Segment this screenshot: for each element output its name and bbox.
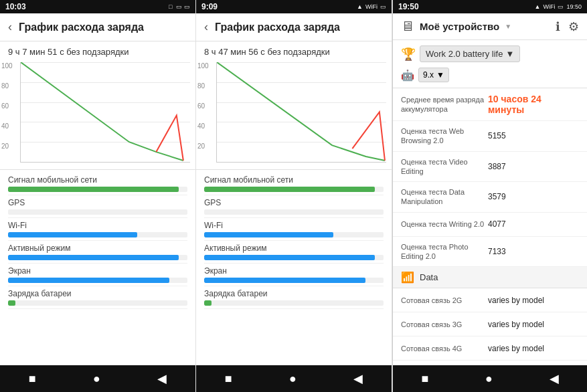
nav-bar-2: ■ ● ◀ (196, 365, 392, 392)
stat-row-4g: Сотовая связь 4G varies by model (393, 336, 587, 361)
version-dropdown[interactable]: 9.x ▼ (418, 68, 449, 82)
panel-title-1: График расхода заряда (19, 21, 144, 33)
nav-back-device[interactable]: ◀ (550, 371, 559, 386)
nav-square-1[interactable]: ■ (29, 372, 36, 386)
status-bar-1: 10:03 □ ▭ ▭ (0, 0, 195, 13)
divider-1 (0, 169, 195, 170)
chart-area-2: 100 80 60 40 20 (196, 60, 392, 167)
trophy-icon: 🏆 (401, 47, 416, 62)
battery-duration-1: 9 ч 7 мин 51 с без подзарядки (0, 41, 195, 60)
battery-duration-2: 8 ч 47 мин 56 с без подзарядки (196, 41, 392, 60)
device-stats: Среднее время разряда аккумулятора 10 ча… (393, 88, 587, 365)
chart-grid-2 (216, 62, 386, 163)
sensor-mobile-signal-2: Сигнал мобильной сети (204, 173, 384, 195)
nav-circle-1[interactable]: ● (93, 372, 100, 386)
nav-bar-1: ■ ● ◀ (0, 365, 195, 392)
section-title: Data (420, 272, 438, 282)
back-button-2[interactable]: ‹ (204, 20, 208, 34)
battery-chart-panel-1: 10:03 □ ▭ ▭ ‹ График расхода заряда 9 ч … (0, 0, 196, 392)
stat-row-writing: Оценка теста Writing 2.0 4077 (393, 213, 587, 237)
panel-title-2: График расхода заряда (215, 21, 340, 33)
stat-row-web: Оценка теста Web Browsing 2.0 5155 (393, 121, 587, 152)
stat-value-web: 5155 (488, 131, 579, 140)
sensor-mobile-signal-1: Сигнал мобильной сети (8, 173, 187, 195)
stat-row-video: Оценка теста Video Editing 3887 (393, 152, 587, 183)
chevron-down-icon: ▼ (505, 23, 511, 30)
chart-area-1: 100 80 60 40 20 (0, 60, 195, 167)
battery-chart-panel-2: 9:09 ▲ WiFi ▭ ‹ График расхода заряда 8 … (196, 0, 392, 392)
data-section-header: 📶 Data (393, 267, 587, 288)
back-button-1[interactable]: ‹ (8, 20, 12, 34)
sensor-list-2: Сигнал мобильной сети GPS Wi-Fi Активный… (196, 173, 392, 365)
chart-grid-1 (20, 62, 190, 163)
y-labels-2: 100 80 60 40 20 (197, 62, 209, 163)
stat-value-photo: 7133 (488, 247, 579, 256)
sensor-screen-1: Экран (8, 264, 187, 286)
benchmark-dropdown[interactable]: Work 2.0 battery life ▼ (420, 45, 520, 62)
stat-row-duration: Среднее время разряда аккумулятора 10 ча… (393, 88, 587, 121)
nav-square-device[interactable]: ■ (421, 372, 428, 386)
sensor-gps-1: GPS (8, 195, 187, 218)
stat-value-4g: varies by model (488, 344, 579, 353)
stat-row-data: Оценка теста Data Manipulation 3579 (393, 182, 587, 213)
sensor-list-1: Сигнал мобильной сети GPS Wi-Fi Активный… (0, 173, 195, 365)
nav-bar-device: ■ ● ◀ (393, 365, 587, 392)
divider-2 (196, 169, 392, 170)
nav-circle-2[interactable]: ● (289, 372, 297, 386)
sensor-charging-2: Зарядка батареи (204, 286, 384, 309)
stat-row-3g: Сотовая связь 3G varies by model (393, 312, 587, 336)
info-button[interactable]: ℹ (556, 19, 560, 34)
stat-value-duration: 10 часов 24 минуты (488, 94, 579, 115)
device-header: 🖥 Моё устройство ▼ ℹ ⚙ (393, 13, 587, 40)
status-bar-device: 19:50 ▲WiFi▭19:50 (393, 0, 587, 13)
stat-value-video: 3887 (488, 162, 579, 171)
sensor-active-1: Активный режим (8, 241, 187, 264)
sensor-wifi-1: Wi-Fi (8, 218, 187, 241)
nav-circle-device[interactable]: ● (485, 372, 493, 386)
settings-button[interactable]: ⚙ (568, 19, 579, 34)
time-2: 9:09 (201, 2, 218, 11)
nav-back-2[interactable]: ◀ (353, 371, 363, 386)
stat-value-data: 3579 (488, 192, 579, 201)
dropdown-arrow-icon: ▼ (505, 49, 514, 59)
version-dropdown-arrow: ▼ (436, 70, 444, 80)
sensor-active-2: Активный режим (204, 241, 384, 264)
nav-square-2[interactable]: ■ (225, 372, 232, 386)
battery-line-svg-1 (21, 62, 190, 162)
y-labels-1: 100 80 60 40 20 (1, 62, 13, 163)
time-1: 10:03 (5, 2, 26, 11)
status-bar-2: 9:09 ▲ WiFi ▭ (196, 0, 392, 13)
stat-value-2g: varies by model (488, 296, 579, 305)
device-panel: 19:50 ▲WiFi▭19:50 🖥 Моё устройство ▼ ℹ ⚙… (392, 0, 587, 392)
wifi-section-icon: 📶 (401, 271, 414, 284)
android-icon: 🤖 (401, 69, 414, 82)
sensor-wifi-2: Wi-Fi (204, 218, 384, 241)
stat-row-2g: Сотовая связь 2G varies by model (393, 288, 587, 312)
sensor-screen-2: Экран (204, 264, 384, 286)
sensor-gps-2: GPS (204, 195, 384, 218)
sensor-charging-1: Зарядка батареи (8, 286, 187, 309)
monitor-icon: 🖥 (401, 19, 414, 34)
nav-back-1[interactable]: ◀ (157, 371, 167, 386)
stat-row-photo: Оценка теста Photo Editing 2.0 7133 (393, 237, 587, 268)
device-title: Моё устройство (420, 21, 499, 32)
time-device: 19:50 (398, 2, 419, 11)
panel-header-2: ‹ График расхода заряда (196, 13, 392, 41)
stat-value-3g: varies by model (488, 320, 579, 329)
panel-header-1: ‹ График расхода заряда (0, 13, 195, 41)
stat-value-writing: 4077 (488, 219, 579, 229)
benchmark-selector: 🏆 Work 2.0 battery life ▼ 🤖 9.x ▼ (393, 40, 587, 88)
battery-line-svg-2 (217, 62, 386, 162)
